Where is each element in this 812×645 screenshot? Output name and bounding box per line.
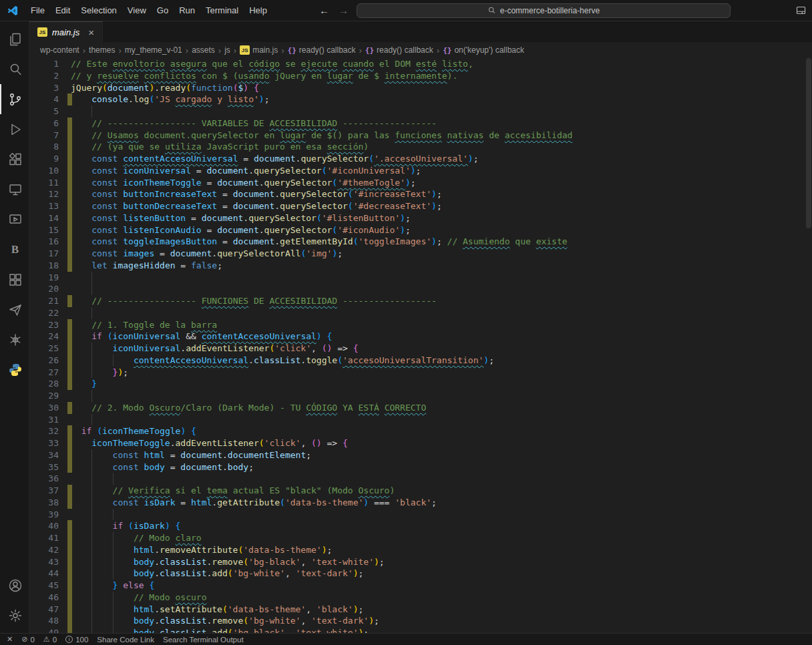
token: body: [134, 557, 154, 567]
code-line: 48body.classList.remove('bg-white', 'tex…: [29, 615, 812, 627]
activity-settings-icon[interactable]: [0, 600, 29, 630]
activity-live-preview-icon[interactable]: [0, 204, 29, 234]
token: sección: [327, 142, 364, 152]
token: [442, 130, 447, 140]
code-line: 23// 1. Toggle de la barra: [29, 319, 812, 331]
token: document: [217, 178, 259, 188]
token: let: [91, 260, 107, 270]
editor-group: JS main.js × wp-content›themes›my_theme_…: [29, 21, 812, 633]
token: lugar: [327, 71, 353, 81]
vertical-scrollbar[interactable]: [805, 58, 812, 633]
status-item-search-terminal-output[interactable]: Search Terminal Output: [163, 636, 244, 644]
token: // Modo: [134, 533, 176, 543]
callback-symbol-icon: {}: [288, 46, 296, 55]
activity-remote-explorer-icon[interactable]: [0, 174, 29, 204]
status-item-100[interactable]: i100: [65, 636, 88, 644]
command-center-search[interactable]: e-commerce-botilleria-herve: [357, 3, 731, 18]
close-icon[interactable]: ×: [87, 27, 95, 38]
indent-guide: [71, 449, 91, 461]
activity-python-icon[interactable]: [0, 355, 29, 385]
token: .: [154, 604, 160, 614]
token: (: [337, 355, 343, 365]
breadcrumb-item[interactable]: js: [224, 45, 230, 55]
indent-guide: [71, 236, 91, 248]
activity-bootstrap-icon[interactable]: B: [0, 234, 29, 264]
token: body: [134, 628, 154, 633]
indent-guide: [91, 367, 112, 379]
breadcrumb-separator-icon: ›: [436, 45, 440, 55]
activity-plane-icon[interactable]: [0, 294, 29, 325]
git-modified-marker: [67, 343, 72, 355]
token: ): [431, 201, 437, 211]
breadcrumb-item[interactable]: {}on('keyup') callback: [443, 45, 524, 55]
menu-file[interactable]: File: [25, 3, 50, 17]
layout-panel-icon[interactable]: [795, 5, 807, 16]
scrollbar-thumb[interactable]: [806, 58, 811, 228]
gutter-marker-column: [59, 390, 71, 402]
breadcrumb-item[interactable]: {}ready() callback: [365, 45, 433, 55]
token: contentAccesoUniversal: [123, 154, 238, 164]
indent-guide: [71, 402, 91, 414]
forward-arrow-icon[interactable]: →: [337, 5, 350, 16]
back-arrow-icon[interactable]: ←: [318, 5, 331, 16]
menu-help[interactable]: Help: [244, 3, 272, 17]
breadcrumb-item[interactable]: themes: [89, 45, 115, 55]
menu-go[interactable]: Go: [152, 3, 174, 17]
line-number: 41: [29, 532, 59, 544]
breadcrumb-item[interactable]: wp-content: [40, 45, 79, 55]
token: listo: [442, 59, 468, 69]
token: de: [483, 130, 504, 140]
activity-grid-icon[interactable]: [0, 264, 29, 294]
status-item-0[interactable]: ⊘0: [21, 635, 35, 644]
line-number: 8: [29, 141, 59, 153]
git-modified-marker: [67, 355, 72, 367]
tab-main-js[interactable]: JS main.js ×: [29, 21, 103, 42]
token: resuelve: [97, 71, 139, 81]
activity-search-icon[interactable]: [0, 54, 29, 84]
menu-selection[interactable]: Selection: [75, 3, 122, 17]
activity-openai-icon[interactable]: [0, 325, 29, 355]
activity-run-debug-icon[interactable]: [0, 114, 29, 144]
token: const: [91, 166, 118, 176]
status-item-share-code-link[interactable]: Share Code Link: [97, 636, 154, 644]
token: 'accesoUniversalTransition': [343, 355, 483, 365]
menu-run[interactable]: Run: [174, 3, 200, 17]
line-number: 31: [29, 414, 59, 426]
status-item-0[interactable]: ⚠0: [43, 635, 57, 644]
breadcrumb-item[interactable]: my_theme_v-01: [125, 45, 182, 55]
token: Oscuro: [358, 485, 389, 495]
line-number: 44: [29, 568, 59, 580]
token: ): [363, 142, 369, 152]
gutter-marker-column: [59, 485, 71, 497]
breadcrumb-item[interactable]: assets: [192, 45, 215, 55]
code-text: const iconUniversal = document.querySele…: [71, 165, 812, 177]
token: // (ya que se: [91, 142, 165, 152]
breadcrumb-item[interactable]: {}ready() callback: [288, 45, 356, 55]
line-number: 29: [29, 390, 59, 402]
token: html: [144, 450, 165, 460]
status-item-remote[interactable]: ✕: [7, 635, 13, 644]
gutter-marker-column: [59, 272, 71, 284]
token: 'black': [395, 497, 431, 507]
activity-extensions-icon[interactable]: [0, 144, 29, 174]
gutter-marker-column: [59, 177, 71, 189]
menu-edit[interactable]: Edit: [50, 3, 75, 17]
token: const: [91, 154, 118, 164]
activity-explorer-icon[interactable]: [0, 24, 29, 54]
git-modified-marker: [67, 130, 72, 142]
breadcrumb-separator-icon: ›: [185, 45, 189, 55]
indent-guide: [91, 449, 112, 461]
breadcrumb-item[interactable]: JSmain.js: [240, 45, 278, 55]
token: isDark: [144, 497, 176, 507]
token: ACCESIBILIDAD: [269, 296, 337, 306]
line-number: 35: [29, 461, 59, 473]
menu-terminal[interactable]: Terminal: [200, 3, 244, 17]
menu-view[interactable]: View: [122, 3, 152, 17]
gutter-marker-column: [59, 355, 71, 367]
token: asegura: [170, 59, 207, 69]
code-editor[interactable]: 1// Este envoltorio asegura que el códig…: [29, 58, 812, 633]
activity-source-control-icon[interactable]: [0, 84, 29, 114]
activity-account-icon[interactable]: [0, 570, 29, 600]
gutter-marker-column: [59, 556, 71, 568]
code-text: if (isDark) {: [71, 520, 812, 532]
